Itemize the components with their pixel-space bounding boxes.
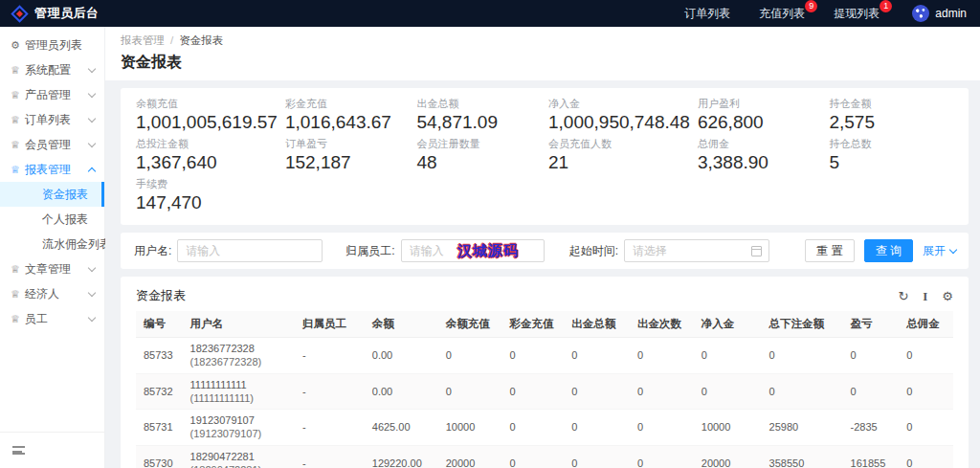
staff-filter: 归属员工: (345, 239, 546, 262)
report-table-card: 资金报表 编号用户名归属员工余额余额充值彩金 (121, 277, 969, 468)
expand-filters-link[interactable]: 展开 (923, 243, 957, 259)
username-label: admin (935, 7, 967, 20)
top-nav-link[interactable]: 订单列表 (684, 6, 730, 22)
sidebar-item[interactable]: 流水佣金列表 (0, 232, 104, 256)
table-header-row: 编号用户名归属员工余额余额充值彩金充值出金总额出金次数净入金总下注金额盈亏总佣金 (136, 311, 953, 338)
stat-value: 2,575 (829, 112, 953, 133)
column-header: 净入金 (694, 311, 762, 338)
cell-withdraw-count: 0 (630, 445, 694, 468)
cell-recharge: 0 (438, 338, 502, 374)
cell-withdraw-count: 0 (630, 338, 694, 374)
stat-item: 彩金充值 1,016,643.67 (285, 98, 410, 133)
staff-input[interactable] (401, 239, 545, 262)
search-button[interactable]: 查 询 (864, 239, 913, 262)
sidebar-item-label: 产品管理 (25, 87, 71, 103)
sidebar-item-label: 员工 (25, 311, 48, 327)
stat-item: 持仓金额 2,575 (829, 98, 953, 133)
top-nav-label: 订单列表 (684, 7, 730, 20)
sidebar-item-label: 流水佣金列表 (42, 236, 111, 253)
stat-item: 手续费 147,470 (136, 178, 278, 213)
menu-icon (11, 89, 25, 101)
stat-value: 48 (416, 152, 541, 173)
top-nav: 订单列表 充值列表9 提现列表1 (684, 6, 880, 22)
cell-commission: 0 (899, 373, 953, 410)
refresh-icon[interactable] (898, 290, 908, 302)
username-input[interactable] (177, 239, 323, 262)
cell-bet-total: 358550 (762, 445, 843, 468)
cell-bet-total: 0 (762, 373, 843, 410)
table-row[interactable]: 85730 18290472281 (18290472281) - 129220… (136, 445, 953, 468)
table-row[interactable]: 85733 18236772328 (18236772328) - 0.00 0… (136, 338, 953, 374)
chevron-icon (88, 166, 97, 174)
menu-icon (11, 39, 25, 52)
breadcrumb-current: 资金报表 (179, 34, 223, 46)
breadcrumb-parent[interactable]: 报表管理 (121, 34, 165, 46)
cell-balance: 129220.00 (365, 445, 438, 468)
cell-bet-total: 25980 (762, 410, 843, 446)
sidebar-item-label: 管理员列表 (25, 37, 82, 54)
menu-icon (11, 313, 25, 325)
sidebar-item[interactable]: 经济人 (0, 281, 104, 306)
settings-icon[interactable] (942, 290, 953, 302)
cell-username: 11111111111 (11111111111) (183, 373, 295, 410)
sidebar-item-label: 经济人 (25, 286, 59, 302)
top-nav-link[interactable]: 提现列表1 (834, 6, 880, 22)
notification-badge: 1 (880, 0, 892, 12)
page-header: 报表管理/资金报表 资金报表 (105, 27, 980, 80)
column-header: 归属员工 (295, 311, 365, 338)
reset-button[interactable]: 重 置 (805, 239, 854, 262)
collapse-sidebar-icon[interactable] (12, 446, 25, 455)
column-height-icon[interactable] (923, 290, 927, 302)
menu-icon (11, 139, 25, 151)
username-main: 19123079107 (190, 413, 287, 427)
table-row[interactable]: 85731 19123079107 (19123079107) - 4625.0… (136, 410, 953, 446)
username-main: 11111111111 (190, 378, 287, 391)
username-sub: (19123079107) (190, 427, 287, 440)
stat-label: 持仓金额 (829, 98, 953, 110)
start-date-input[interactable] (624, 239, 769, 262)
sidebar-item[interactable]: 系统配置 (0, 57, 104, 82)
cell-username: 19123079107 (19123079107) (183, 410, 295, 446)
cell-net: 0 (694, 338, 762, 374)
cell-bonus: 0 (501, 410, 564, 446)
column-header: 出金次数 (630, 311, 694, 338)
stat-item: 会员充值人数 21 (548, 138, 690, 173)
sidebar-item[interactable]: 订单列表 (0, 107, 104, 132)
sidebar-item[interactable]: 会员管理 (0, 132, 104, 157)
stat-label: 会员注册数量 (416, 138, 541, 150)
sidebar-item[interactable]: 个人报表 (0, 207, 104, 232)
breadcrumb: 报表管理/资金报表 (121, 33, 965, 47)
cell-withdraw-total: 0 (564, 410, 630, 446)
sidebar-nav: 管理员列表 系统配置 产品管理 订单列表 (0, 33, 104, 331)
sidebar: 管理员列表 系统配置 产品管理 订单列表 (0, 27, 105, 468)
top-nav-link[interactable]: 充值列表9 (759, 6, 805, 22)
sidebar-item[interactable]: 资金报表 (0, 182, 104, 207)
cell-staff: - (295, 373, 365, 410)
stat-value: 1,000,950,748.48 (548, 112, 690, 133)
sidebar-item[interactable]: 报表管理 (0, 157, 104, 182)
sidebar-item[interactable]: 员工 (0, 306, 104, 331)
page-title: 资金报表 (121, 53, 965, 72)
cell-balance: 0.00 (365, 373, 438, 410)
user-menu[interactable]: admin (912, 5, 967, 22)
table-title: 资金报表 (136, 287, 186, 304)
menu-icon (11, 164, 25, 176)
column-header: 编号 (136, 311, 183, 338)
stat-value: 3,388.90 (698, 152, 822, 173)
cell-bonus: 0 (501, 338, 564, 374)
column-header: 总下注金额 (762, 311, 843, 338)
stat-value: 1,016,643.67 (285, 112, 410, 133)
username-main: 18236772328 (190, 342, 287, 355)
stat-label: 手续费 (136, 178, 278, 190)
stat-value: 152,187 (285, 152, 410, 173)
cell-pnl: 0 (843, 338, 900, 374)
chevron-icon (88, 290, 97, 299)
cell-net: 20000 (694, 445, 762, 468)
column-header: 出金总额 (564, 311, 630, 338)
sidebar-item[interactable]: 文章管理 (0, 256, 104, 281)
username-filter: 用户名: (134, 239, 323, 262)
cell-staff: - (295, 410, 365, 446)
table-row[interactable]: 85732 11111111111 (11111111111) - 0.00 0… (136, 373, 953, 410)
sidebar-item[interactable]: 产品管理 (0, 82, 104, 107)
sidebar-item[interactable]: 管理员列表 (0, 33, 104, 57)
